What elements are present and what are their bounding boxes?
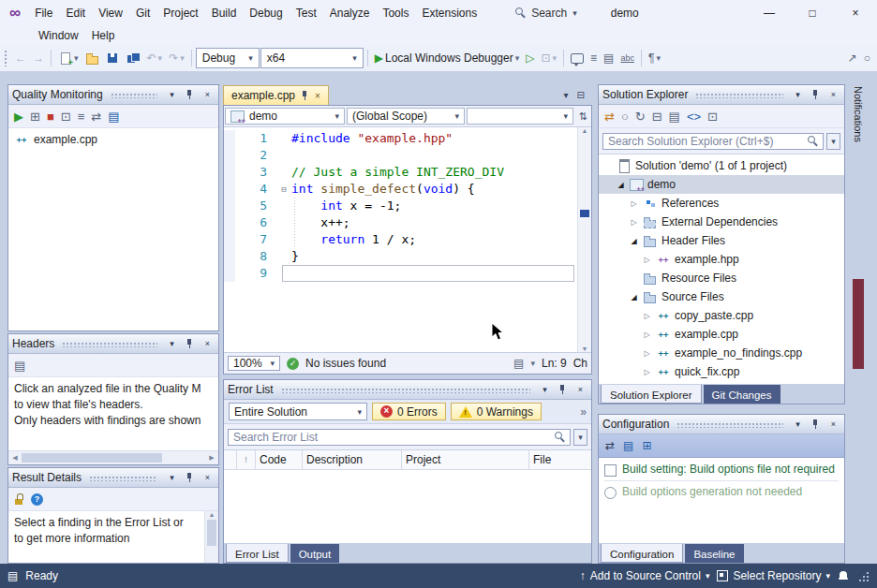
navbar-split-icon[interactable]: ⇅ <box>574 110 591 123</box>
menu-git[interactable]: Git <box>129 3 156 23</box>
code-line-4[interactable]: 4⊟int simple_defect(void) { <box>224 181 577 198</box>
scope-filter-dropdown[interactable]: Entire Solution ▾ <box>229 403 367 420</box>
menu-tools[interactable]: Tools <box>376 3 415 23</box>
tab-baseline[interactable]: Baseline <box>685 544 743 563</box>
feedback-button[interactable] <box>568 51 587 66</box>
open-file-button[interactable] <box>82 50 102 67</box>
close-tab-icon[interactable]: × <box>315 91 320 101</box>
build-options-icon[interactable]: ▤ <box>623 440 633 451</box>
configuration-item[interactable]: Build options generation not needed <box>604 485 839 499</box>
indicator-margin[interactable] <box>224 265 235 282</box>
tab-solution-explorer[interactable]: Solution Explorer <box>601 385 702 404</box>
task-list-button[interactable]: ≡ <box>587 51 600 66</box>
menu-project[interactable]: Project <box>156 3 204 23</box>
maximize-button[interactable]: □ <box>791 0 834 26</box>
indicator-margin[interactable] <box>224 248 235 265</box>
pin-button[interactable] <box>809 418 823 432</box>
collapsed-expander-icon[interactable]: ▷ <box>642 312 652 320</box>
column-header-description[interactable]: Description <box>303 450 402 469</box>
refresh-icon[interactable]: ↻ <box>635 110 646 123</box>
solution-explorer-header[interactable]: Solution Explorer ▾ × <box>599 85 844 105</box>
regenerate-icon[interactable]: ⇄ <box>605 440 615 451</box>
code-editor[interactable]: 1#include "example.hpp"23// Just a simpl… <box>224 127 591 352</box>
minimize-button[interactable]: — <box>748 0 791 26</box>
column-header-project[interactable]: Project <box>402 450 529 469</box>
close-panel-button[interactable]: × <box>201 471 215 485</box>
tree-item-quick-fix-cpp[interactable]: ▷quick_fix.cpp <box>599 362 844 381</box>
editor-vertical-scrollbar[interactable]: ▲ ▼ <box>577 127 591 352</box>
menu-build[interactable]: Build <box>205 3 244 23</box>
errors-filter-button[interactable]: 0 Errors <box>372 403 446 420</box>
error-list-search-input[interactable]: Search Error List <box>228 429 571 446</box>
scroll-left-icon[interactable]: ◀ <box>8 454 22 462</box>
column-header-file[interactable]: File <box>529 450 591 469</box>
window-position-button[interactable]: ▾ <box>165 88 179 102</box>
start-without-debugging-button[interactable]: ▷ <box>523 51 537 66</box>
window-position-button[interactable]: ▾ <box>791 88 805 102</box>
code-line-7[interactable]: 7 return 1 / x; <box>224 231 577 248</box>
window-position-button[interactable]: ▾ <box>791 418 805 432</box>
scrollbar-thumb[interactable] <box>207 520 216 546</box>
collapsed-expander-icon[interactable]: ▷ <box>642 256 652 264</box>
tree-item-example-no-findings-cpp[interactable]: ▷example_no_findings.cpp <box>599 344 844 362</box>
error-list-header[interactable]: Error List ▾ × <box>224 380 591 400</box>
window-position-button[interactable]: ▾ <box>165 471 179 485</box>
code-line-5[interactable]: 5 int x = -1; <box>224 198 577 214</box>
select-repository-button[interactable]: Select Repository ▾ <box>717 569 830 582</box>
radio-icon[interactable] <box>604 487 617 499</box>
menu-test[interactable]: Test <box>290 3 323 23</box>
configuration-header[interactable]: Configuration ▾ × <box>599 415 844 434</box>
menu-view[interactable]: View <box>92 3 129 23</box>
sync-icon[interactable]: ⇄ <box>91 110 101 123</box>
scroll-up-icon[interactable]: ▲ <box>205 511 218 518</box>
horizontal-scrollbar[interactable]: ◀ ▶ <box>8 450 218 464</box>
column-header-severity[interactable]: ! <box>237 450 256 469</box>
solution-configurations-dropdown[interactable]: Debug▾ <box>196 48 260 68</box>
indicator-margin[interactable] <box>224 198 235 214</box>
menu-help[interactable]: Help <box>85 25 122 46</box>
solution-explorer-search-input[interactable]: Search Solution Explorer (Ctrl+$) <box>602 133 824 150</box>
code-line-1[interactable]: 1#include "example.hpp" <box>224 130 577 147</box>
new-project-button[interactable]: ▾ <box>55 50 82 67</box>
sync-active-document-icon[interactable]: ⇄ <box>604 110 615 123</box>
tree-item-demo[interactable]: ◢demo <box>599 175 844 194</box>
tree-item-external-dependencies[interactable]: ▷External Dependencies <box>599 213 844 231</box>
code-line-2[interactable]: 2 <box>224 147 577 164</box>
scroll-up-icon[interactable]: ▲ <box>578 127 591 134</box>
warnings-filter-button[interactable]: 0 Warnings <box>451 403 542 420</box>
pin-button[interactable] <box>809 88 823 102</box>
menu-window[interactable]: Window <box>32 25 85 46</box>
tree-item-header-files[interactable]: ◢Header Files <box>599 231 844 250</box>
window-position-button[interactable]: ▾ <box>538 383 552 397</box>
lock-icon[interactable] <box>14 493 24 506</box>
close-panel-button[interactable]: × <box>826 418 840 432</box>
menu-file[interactable]: File <box>28 3 59 23</box>
tab-output[interactable]: Output <box>290 544 340 563</box>
preview-selected-icon[interactable]: ⊡ <box>707 110 718 123</box>
save-all-button[interactable] <box>124 50 143 67</box>
type-scope-dropdown[interactable]: (Global Scope) ▾ <box>347 108 465 125</box>
indicator-margin[interactable] <box>224 147 235 164</box>
quick-actions-icon[interactable]: ▤ <box>513 358 524 369</box>
close-panel-button[interactable]: × <box>201 88 215 102</box>
code-line-8[interactable]: 8} <box>224 248 577 265</box>
start-debugging-button[interactable]: ▶ Local Windows Debugger ▾ <box>372 50 523 66</box>
tree-item-references[interactable]: ▷References <box>599 194 844 213</box>
navigate-forward-button[interactable]: → <box>30 51 47 66</box>
header-file-icon[interactable]: ▤ <box>14 360 25 372</box>
tab-configuration[interactable]: Configuration <box>601 544 683 563</box>
bell-icon[interactable] <box>838 570 850 582</box>
chevron-down-icon[interactable]: ▾ <box>530 360 535 368</box>
menu-extensions[interactable]: Extensions <box>415 3 483 23</box>
result-details-header[interactable]: Result Details ▾ × <box>8 468 218 488</box>
pin-button[interactable] <box>183 88 197 102</box>
redo-button[interactable]: ↷▾ <box>166 51 187 66</box>
column-header-code[interactable]: Code <box>256 450 303 469</box>
collapse-all-icon[interactable]: ⊟ <box>652 110 662 123</box>
code-line-6[interactable]: 6 x++; <box>224 214 577 231</box>
add-files-icon[interactable]: ⊞ <box>30 110 40 123</box>
undo-button[interactable]: ↶▾ <box>144 51 166 66</box>
error-list-content[interactable] <box>224 470 591 543</box>
view-code-icon[interactable]: <> <box>687 110 701 123</box>
scroll-right-icon[interactable]: ▶ <box>205 454 218 462</box>
